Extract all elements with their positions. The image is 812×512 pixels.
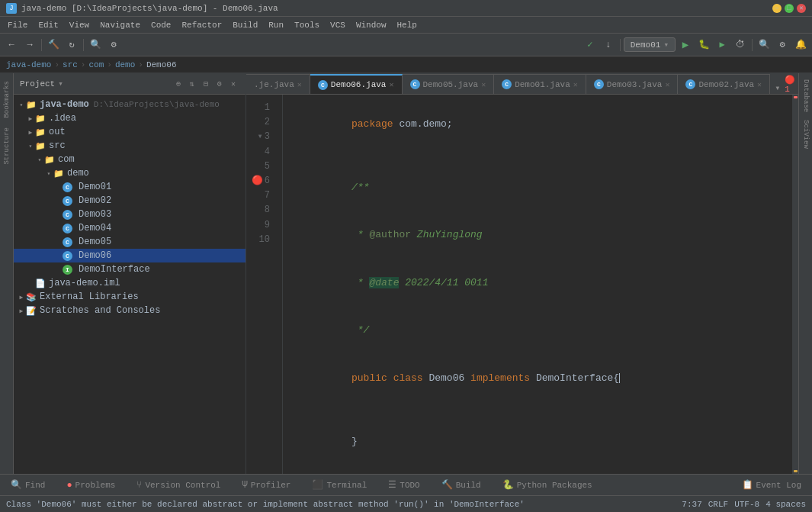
tool-python[interactable]: 🐍 Python Packages (498, 478, 597, 492)
tree-com[interactable]: ▾ 📁 com (14, 153, 246, 166)
tool-event-log[interactable]: 📋 Event Log (737, 478, 806, 492)
menu-refactor[interactable]: Refactor (177, 19, 226, 31)
toolbar-settings[interactable]: ⚙ (105, 37, 122, 53)
tree-idea[interactable]: ▶ 📁 .idea (14, 111, 246, 125)
panel-settings-btn[interactable]: ⚙ (213, 78, 226, 90)
toolbar-vcs[interactable]: ✓ (582, 37, 599, 53)
tool-find[interactable]: 🔍 Find (6, 478, 50, 492)
tool-todo[interactable]: ☰ TODO (384, 478, 424, 492)
tool-vcs-label: Version Control (145, 481, 220, 490)
side-tab-database[interactable]: Database (801, 76, 811, 115)
tree-root[interactable]: ▾ 📁 java-demo D:\IdeaProjects\java-demo (14, 98, 246, 111)
tool-build[interactable]: 🔨 Build (437, 478, 486, 492)
menu-run[interactable]: Run (264, 19, 288, 31)
run-with-coverage[interactable]: ▶ (714, 37, 730, 53)
menu-navigate[interactable]: Navigate (95, 19, 145, 31)
toolbar-search[interactable]: 🔍 (87, 37, 104, 53)
demo05-icon: C (63, 237, 72, 247)
tree-demo03-label: Demo03 (79, 209, 111, 220)
vertical-scrollbar[interactable] (792, 95, 798, 474)
tree-demo[interactable]: ▾ 📁 demo (14, 166, 246, 180)
menu-build[interactable]: Build (228, 19, 262, 31)
maximize-button[interactable]: □ (785, 4, 794, 13)
panel-title-arrow: ▾ (58, 79, 63, 89)
editor-content[interactable]: 1 2 ▾ 3 4 5 🔴 6 7 8 9 10 package com.dem… (246, 95, 798, 474)
menu-help[interactable]: Help (393, 19, 422, 31)
tab-je-close[interactable]: ✕ (297, 80, 302, 89)
project-panel-header: Project ▾ ⊕ ⇅ ⊟ ⚙ ✕ (14, 73, 246, 95)
toolbar-forward[interactable]: → (21, 37, 38, 53)
problems-icon: ● (66, 480, 72, 491)
menu-file[interactable]: File (3, 19, 32, 31)
run-button[interactable]: ▶ (677, 37, 694, 53)
tree-out[interactable]: ▶ 📁 out (14, 125, 246, 139)
tab-demo05[interactable]: C Demo05.java ✕ (403, 74, 495, 94)
menu-tools[interactable]: Tools (290, 19, 324, 31)
tab-je[interactable]: .je.java ✕ (246, 74, 310, 94)
run-config-selector[interactable]: Demo01 ▾ (624, 37, 676, 52)
toolbar-build[interactable]: 🔨 (45, 37, 62, 53)
tab-demo06[interactable]: C Demo06.java ✕ (310, 74, 403, 94)
tab-demo01-close[interactable]: ✕ (573, 80, 578, 89)
tab-demo02[interactable]: C Demo02.java ✕ (678, 74, 770, 94)
folder-icon: 📁 (35, 114, 46, 124)
toolbar-settings2[interactable]: ⚙ (774, 37, 791, 53)
tree-demo02[interactable]: C Demo02 (14, 194, 246, 208)
tool-problems[interactable]: ● Problems (62, 478, 120, 492)
panel-add-btn[interactable]: ⊕ (172, 78, 185, 90)
breadcrumb-java-demo[interactable]: java-demo (6, 60, 51, 69)
tree-demo01[interactable]: C Demo01 (14, 180, 246, 194)
close-button[interactable]: ✕ (797, 4, 806, 13)
tree-src[interactable]: ▾ 📁 src (14, 139, 246, 153)
breadcrumb-src[interactable]: src (63, 60, 78, 69)
breadcrumb-com[interactable]: com (88, 60, 104, 69)
side-tab-structure[interactable]: Structure (2, 123, 12, 169)
panel-collapse-btn[interactable]: ⊟ (200, 78, 212, 90)
tree-scratches[interactable]: ▶ 📝 Scratches and Consoles (14, 304, 246, 317)
minimize-button[interactable]: – (772, 4, 782, 13)
tree-demo06[interactable]: C Demo06 (14, 249, 246, 262)
panel-scroll-btn[interactable]: ⇅ (186, 78, 198, 90)
code-line-8 (292, 402, 783, 418)
line-num-6: 🔴 6 (246, 174, 276, 188)
toolbar-search2[interactable]: 🔍 (756, 37, 772, 53)
toolbar-back[interactable]: ← (3, 37, 20, 53)
tree-demo05[interactable]: C Demo05 (14, 235, 246, 249)
tab-demo02-close[interactable]: ✕ (757, 80, 762, 89)
tab-demo03[interactable]: C Demo03.java ✕ (586, 74, 679, 94)
tool-terminal[interactable]: ⬛ Terminal (307, 478, 371, 492)
menu-code[interactable]: Code (146, 19, 175, 31)
menu-edit[interactable]: Edit (34, 19, 63, 31)
toolbar-update[interactable]: ↓ (600, 37, 617, 53)
status-position[interactable]: 7:37 (682, 500, 701, 509)
side-tab-bookmarks[interactable]: Bookmarks (2, 76, 12, 123)
status-indent[interactable]: 4 spaces (765, 500, 806, 509)
debug-button[interactable]: 🐛 (695, 37, 712, 53)
profile-button[interactable]: ⏱ (732, 37, 749, 53)
menu-vcs[interactable]: VCS (326, 19, 350, 31)
tab-demo06-close[interactable]: ✕ (389, 80, 393, 89)
tool-profiler[interactable]: Ψ Profiler (237, 478, 295, 492)
menu-view[interactable]: View (65, 19, 94, 31)
tool-build-label: Build (456, 481, 481, 490)
toolbar-sync[interactable]: ↻ (63, 37, 80, 53)
tool-vcs[interactable]: ⑂ Version Control (132, 478, 225, 492)
toolbar-notifications[interactable]: 🔔 (792, 37, 809, 53)
tree-demointerface[interactable]: I DemoInterface (14, 262, 246, 276)
tree-iml[interactable]: 📄 java-demo.iml (14, 276, 246, 290)
tree-demo03[interactable]: C Demo03 (14, 208, 246, 221)
breadcrumb-demo[interactable]: demo (115, 60, 135, 69)
side-tab-sciview[interactable]: SciView (801, 117, 811, 152)
tabs-more-btn[interactable]: ▾ (770, 82, 785, 94)
menu-window[interactable]: Window (351, 19, 391, 31)
tree-demo04[interactable]: C Demo04 (14, 221, 246, 235)
status-line-ending[interactable]: CRLF (708, 500, 728, 509)
code-editor[interactable]: package com.demo; /** * @author ZhuYingl… (283, 95, 792, 474)
panel-close-btn[interactable]: ✕ (227, 78, 239, 90)
tab-demo05-close[interactable]: ✕ (481, 80, 486, 89)
tab-demo01[interactable]: C Demo01.java ✕ (494, 74, 586, 94)
tree-ext-libs[interactable]: ▶ 📚 External Libraries (14, 290, 246, 304)
status-encoding[interactable]: UTF-8 (734, 500, 759, 509)
tree-out-label: out (49, 127, 66, 137)
tab-demo03-close[interactable]: ✕ (665, 80, 669, 89)
